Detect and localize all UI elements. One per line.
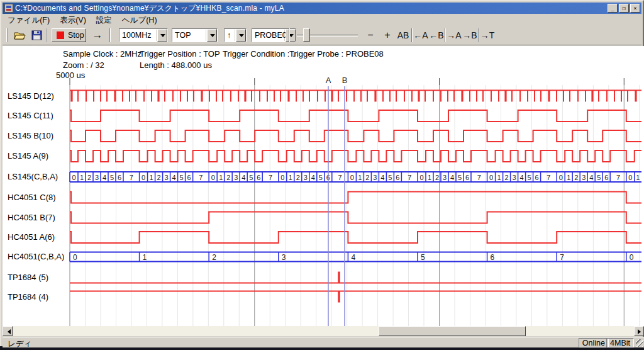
bus-value-label: 2 — [87, 174, 91, 181]
signal-trace — [70, 130, 641, 142]
resize-grip[interactable] — [636, 339, 643, 347]
window-title: C:¥Documents and Settings¥noname¥デスクトップ¥… — [15, 3, 606, 14]
goto-cursor-a-left-button[interactable]: ←A — [414, 28, 428, 43]
floppy-disk-icon — [31, 30, 42, 40]
bus-value-label: 5 — [421, 253, 425, 262]
bus-value-label: 7 — [408, 174, 411, 181]
run-button[interactable]: → — [89, 28, 106, 43]
dropdown-arrow-icon[interactable] — [236, 29, 246, 42]
bus-value-label: 3 — [282, 253, 286, 262]
bus-value-label: 0 — [559, 174, 563, 181]
bus-value-label: 0 — [350, 174, 354, 181]
bus-value-label: 2 — [574, 174, 578, 181]
app-window: C:¥Documents and Settings¥noname¥デスクトップ¥… — [0, 0, 644, 346]
minimize-button[interactable]: _ — [608, 4, 618, 13]
bus-value-label: 7 — [130, 174, 133, 181]
bus-value-label: 4 — [172, 174, 176, 181]
open-file-button[interactable] — [13, 28, 28, 43]
bus-value-label: 7 — [199, 174, 203, 181]
bus-value-label: 5 — [458, 174, 462, 181]
sample-clock-value: 100MHz — [120, 30, 157, 41]
bus-value-label: 7 — [269, 174, 272, 181]
zoom-in-button[interactable]: + — [381, 28, 394, 43]
stop-button[interactable]: Stop — [52, 28, 86, 42]
trigger-edge-combo[interactable]: ↑ — [224, 28, 247, 42]
status-bar: レディ Online 4MBit — [3, 337, 644, 347]
bus-value-label: 1 — [428, 174, 431, 181]
signal-trace — [70, 110, 641, 121]
bus-value-label: 1 — [497, 174, 501, 181]
bus-value-label: 0 — [419, 174, 423, 181]
scroll-left-button[interactable] — [3, 326, 13, 336]
bus-value-label: 3 — [513, 174, 516, 181]
trigger-position-combo[interactable]: TOP — [172, 28, 218, 42]
bus-value-label: 4 — [351, 253, 355, 262]
trigger-probe-value: PROBE00 — [253, 30, 285, 41]
bus-value-label: 2 — [365, 174, 369, 181]
trigger-edge-value: ↑ — [225, 30, 235, 41]
bus-value-label: 6 — [118, 174, 121, 181]
toolbar-separator — [478, 28, 479, 42]
toolbar-grip[interactable] — [6, 28, 8, 42]
bus-value-label: 6 — [187, 174, 191, 181]
bus-value-label: 3 — [373, 174, 377, 181]
bus-value-label: 4 — [589, 174, 593, 181]
bus-value-label: 4 — [380, 174, 384, 181]
bus-value-label: 7 — [547, 174, 550, 181]
maximize-button[interactable]: ❐ — [619, 4, 629, 13]
menu-settings[interactable]: 設定 — [91, 14, 117, 26]
bus-value-label: 6 — [604, 174, 608, 181]
signal-trace — [70, 192, 641, 203]
scrollbar-thumb[interactable] — [379, 326, 526, 336]
bus-value-label: 5 — [319, 174, 323, 181]
menu-view[interactable]: 表示(V) — [55, 14, 91, 26]
bus-value-label: 0 — [280, 174, 284, 181]
goto-cursor-a-right-button[interactable]: →A — [447, 28, 461, 43]
bus-value-label: 7 — [477, 174, 481, 181]
signal-trace — [70, 150, 641, 162]
bus-value-label: 2 — [226, 174, 230, 181]
bus-value-label: 0 — [73, 253, 77, 262]
goto-cursor-b-right-button[interactable]: →B — [463, 28, 477, 43]
toolbar-separator — [289, 28, 290, 42]
sample-clock-combo[interactable]: 100MHz — [119, 28, 168, 42]
bus-value-label: 7 — [560, 253, 564, 262]
bus-value-label: 6 — [396, 174, 399, 181]
zoom-slider-handle[interactable] — [303, 28, 310, 42]
cursor-a-label: A — [326, 76, 331, 85]
menu-file[interactable]: ファイル(F) — [3, 14, 55, 26]
scroll-right-button[interactable] — [634, 326, 644, 336]
bus-value-label: 1 — [143, 253, 147, 262]
bus-value-label: 1 — [636, 174, 640, 181]
horizontal-scrollbar[interactable] — [3, 326, 644, 336]
zoom-out-button[interactable]: − — [364, 28, 377, 43]
app-icon[interactable] — [4, 4, 13, 13]
title-bar: C:¥Documents and Settings¥noname¥デスクトップ¥… — [3, 3, 641, 14]
close-button[interactable]: × — [630, 4, 640, 13]
bus-value-label: 7 — [338, 174, 342, 181]
waveform-client-area: Sample Clock : 2MHz Trigger Position : T… — [3, 46, 644, 326]
bus-value-label: 0 — [211, 174, 215, 181]
menu-help[interactable]: ヘルプ(H) — [117, 14, 162, 26]
dropdown-arrow-icon[interactable] — [157, 29, 167, 42]
bus-value-label: 6 — [535, 174, 539, 181]
trigger-position-value: TOP — [173, 30, 206, 41]
bus-value-label: 1 — [150, 174, 153, 181]
signal-trace — [70, 232, 641, 243]
toolbar-separator — [411, 28, 413, 42]
bus-value-label: 0 — [630, 253, 634, 262]
bus-value-label: 3 — [95, 174, 99, 181]
goto-cursor-b-left-button[interactable]: ←B — [430, 28, 443, 43]
waveform-display[interactable]: 0123456701234567012345670123456701234567… — [3, 46, 644, 326]
toolbar: Stop → 100MHz TOP ↑ PROBE00 − + AB ←A ←B — [3, 26, 641, 45]
signal-trace — [70, 212, 641, 223]
dropdown-arrow-icon[interactable] — [286, 29, 296, 42]
goto-trigger-button[interactable]: →T — [480, 28, 494, 43]
dropdown-arrow-icon[interactable] — [207, 29, 217, 42]
ab-cursor-button[interactable]: AB — [396, 28, 410, 43]
bus-value-label: 0 — [628, 174, 632, 181]
bus-value-label: 4 — [520, 174, 524, 181]
bus-value-label: 7 — [616, 174, 620, 181]
save-file-button[interactable] — [29, 28, 44, 43]
menu-bar: ファイル(F) 表示(V) 設定 ヘルプ(H) — [3, 14, 641, 26]
